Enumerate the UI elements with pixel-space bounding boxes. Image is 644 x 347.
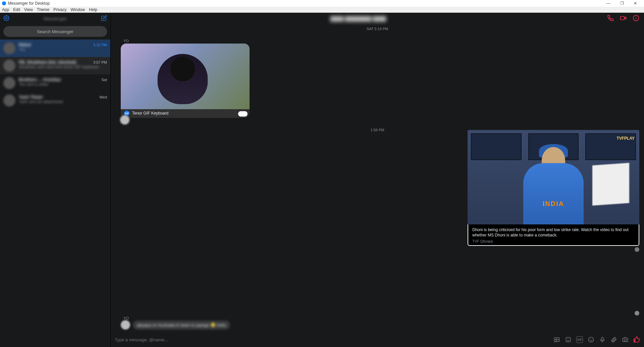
svg-rect-9	[602, 337, 603, 341]
svg-point-0	[6, 17, 7, 19]
menu-bar: App Edit View Theme Privacy Window Help	[0, 7, 644, 13]
menu-app[interactable]: App	[2, 7, 9, 12]
svg-point-6	[555, 339, 556, 340]
emoji-icon[interactable]	[588, 336, 594, 343]
app-logo-icon	[2, 1, 6, 5]
gif-source-label: Tenor GIF Keyboard	[132, 111, 168, 116]
svg-rect-1	[621, 16, 625, 20]
chat-header: ████ ████████ ████	[111, 13, 644, 25]
menu-view[interactable]: View	[24, 7, 33, 12]
window-close-button[interactable]: ✕	[629, 1, 642, 6]
conversation-name: Yash Tiwari	[19, 94, 43, 99]
message-outgoing: TVFPLAY Dhoni is being criticised for hi…	[465, 130, 639, 252]
conversation-item[interactable]: Brothers ... AvishkarSat You sent a vide…	[0, 74, 110, 92]
avatar	[3, 94, 15, 107]
timestamp: SAT 5:19 PM	[111, 25, 644, 33]
new-message-icon[interactable]	[101, 15, 107, 23]
gif-icon[interactable]: GIF	[576, 336, 583, 343]
menu-window[interactable]: Window	[71, 7, 85, 12]
conversation-time: Sat	[101, 78, 107, 82]
conversation-time: 5:32 PM	[93, 43, 107, 47]
conversation-name: Brothers ... Avishkar	[19, 77, 61, 82]
seen-indicator-icon	[635, 247, 639, 252]
conversation-item[interactable]: FB_Shubham (hel_blocked)3:07 PM Shubham …	[0, 57, 110, 74]
gif-image	[121, 44, 250, 109]
video-link-card[interactable]: TVFPLAY Dhoni is being criticised for hi…	[468, 130, 639, 246]
conversation-list: Rahul5:32 PM You FB_Shubham (hel_blocked…	[0, 40, 110, 347]
conversation-preview: You sent a video	[19, 82, 107, 87]
camera-icon[interactable]	[622, 336, 629, 343]
conversation-name: Rahul	[19, 42, 31, 47]
message-incoming: YO GIF Tenor GIF Keyboard	[121, 39, 262, 118]
sidebar: Messenger Search Messenger Rahul5:32 PM …	[0, 13, 111, 347]
sticker-icon[interactable]	[565, 336, 572, 343]
sender-label: YO	[123, 39, 262, 43]
svg-point-8	[589, 337, 594, 342]
sender-avatar	[120, 115, 129, 125]
compose-input[interactable]	[115, 337, 553, 342]
avatar	[3, 77, 15, 89]
window-titlebar: Messenger for Desktop — ❐ ✕	[0, 0, 644, 7]
search-input[interactable]: Search Messenger	[3, 26, 107, 37]
svg-rect-7	[566, 337, 570, 342]
conversation-preview: Shubham sent card from tenor GIF keyboar…	[19, 65, 107, 69]
sender-label: YO	[123, 316, 129, 320]
video-brand-label: TVFPLAY	[616, 136, 635, 141]
chat-pane: ████ ████████ ████ SAT 5:19 PM YO GIF Te…	[111, 13, 644, 347]
sidebar-title: Messenger	[9, 16, 101, 21]
conversation-name: FB_Shubham (hel_blocked)	[19, 60, 76, 65]
window-maximize-button[interactable]: ❐	[615, 1, 629, 6]
avatar	[3, 42, 15, 54]
info-icon[interactable]	[633, 15, 639, 23]
video-call-icon[interactable]	[620, 15, 627, 23]
sender-avatar	[121, 320, 130, 330]
attachment-icon[interactable]	[610, 336, 617, 343]
voice-call-icon[interactable]	[607, 15, 614, 23]
window-title: Messenger for Desktop	[8, 1, 50, 6]
svg-point-10	[624, 339, 627, 341]
window-minimize-button[interactable]: —	[602, 1, 615, 6]
settings-icon[interactable]	[3, 15, 9, 22]
like-icon[interactable]	[633, 336, 640, 343]
message-text: qtiyapa on Australia ki team to jayega 😂…	[133, 321, 230, 330]
chat-body: YO GIF Tenor GIF Keyboard 1:58 PM	[111, 33, 644, 332]
voice-icon[interactable]	[599, 336, 606, 343]
menu-help[interactable]: Help	[89, 7, 97, 12]
avatar	[3, 60, 15, 72]
compose-bar: GIF	[111, 332, 644, 347]
conversation-item[interactable]: Rahul5:32 PM You	[0, 40, 110, 57]
reaction-pill[interactable]	[238, 111, 248, 117]
chat-peer-name: ████ ████████ ████	[115, 16, 601, 21]
menu-edit[interactable]: Edit	[13, 7, 20, 12]
video-thumbnail: TVFPLAY	[468, 130, 639, 224]
seen-indicator-icon	[635, 311, 639, 316]
video-description: Dhoni is being criticised for his poor f…	[472, 227, 635, 238]
photo-icon[interactable]	[553, 336, 560, 343]
conversation-preview: You	[19, 47, 107, 52]
menu-theme[interactable]: Theme	[37, 7, 49, 12]
video-source: TVF Qtiyapa	[472, 239, 635, 243]
conversation-time: 3:07 PM	[93, 60, 107, 64]
message-incoming: qtiyapa on Australia ki team to jayega 😂…	[121, 320, 230, 330]
conversation-item[interactable]: Yash TiwariWed Yash sent an attachment	[0, 92, 110, 109]
gif-attachment[interactable]: GIF Tenor GIF Keyboard	[121, 44, 250, 118]
conversation-preview: Yash sent an attachment	[19, 99, 107, 104]
conversation-time: Wed	[100, 95, 107, 99]
menu-privacy[interactable]: Privacy	[53, 7, 66, 12]
